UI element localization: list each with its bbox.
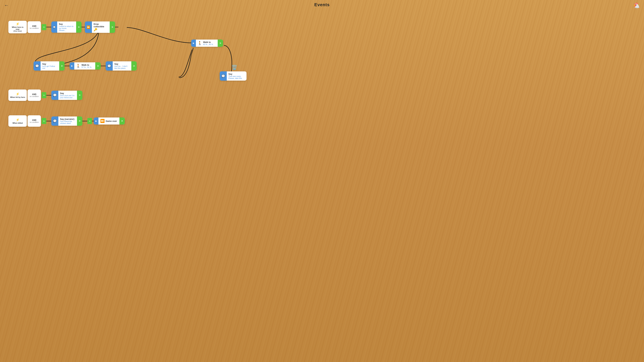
connector-4a: [46, 121, 51, 121]
connector-1c: [115, 27, 118, 27]
say-hurt-left[interactable]: 💬: [51, 91, 58, 100]
connector-2a: [64, 66, 70, 66]
walkto-1-left[interactable]: ▶: [191, 39, 196, 47]
say-narrator-inner: Say (narrator) Your friend the chicken d…: [58, 116, 77, 126]
say-hurt-title: Say: [60, 92, 75, 94]
say-huh-icon: 💬: [107, 64, 111, 68]
say-hurt-text: Don't hurt me! I'm your friend and ...: [60, 94, 75, 98]
say-node-1[interactable]: 💬 Say I need to return to my home. Pleas…: [51, 21, 82, 33]
walkto-1-arrow: ▶: [193, 42, 194, 44]
gameover-left[interactable]: ▶: [94, 117, 98, 124]
walkto-2-right[interactable]: >: [95, 62, 100, 69]
walkto-title-2: Walk to: [82, 64, 92, 66]
say-huh-title: Say: [114, 63, 130, 65]
drop-node-1[interactable]: ⏩ Drop collectible 🔑 >: [85, 21, 115, 33]
say-node-1-right[interactable]: >: [76, 21, 82, 33]
header: ← Events 🐔: [0, 0, 244, 9]
say-lets-node[interactable]: 💬 Say Let's go! Follow me! >: [34, 61, 64, 70]
say-icon-1: 💬: [53, 26, 56, 28]
walkto-2-left[interactable]: ▶: [70, 62, 74, 69]
event-row-3: ⚡ When hit by hero AND no condition > 💬 …: [8, 89, 82, 101]
walkto-2-person-icon: 🚶: [76, 64, 80, 68]
arrow-btn-4b[interactable]: >: [88, 118, 92, 124]
say-narrator-title: Say (narrator): [60, 118, 75, 120]
condition-sub-3: no condition: [30, 121, 39, 123]
drop-icon: ⏩: [86, 25, 90, 29]
trash-button[interactable]: 🗑️: [232, 65, 237, 70]
event-trigger-1: When hero is near: [10, 26, 25, 30]
walkto-node-1[interactable]: ▶ 🚶 Walk to 63 % , 45 % >: [191, 39, 223, 47]
say-hurt-right[interactable]: >: [77, 91, 82, 100]
event-node-3[interactable]: ⚡ When killed: [8, 115, 27, 127]
walkto-2-inner: 🚶 Walk to 57 % , 51 %: [74, 62, 95, 69]
connector-1a: [46, 27, 51, 27]
say-lets-title: Say: [42, 63, 58, 65]
gameover-node[interactable]: ▶ ⏩ Game over >: [94, 117, 125, 124]
say-title-1: Say: [59, 23, 74, 25]
say-lets-right[interactable]: >: [59, 61, 64, 70]
say-scary-left[interactable]: 💬: [220, 71, 227, 81]
arrow-btn-4a[interactable]: >: [42, 118, 46, 124]
arrow-btn-3a[interactable]: >: [42, 92, 46, 98]
gameover-icon: ⏩: [100, 119, 105, 123]
connector-4b: [82, 121, 88, 121]
event-node-2[interactable]: ⚡ When hit by hero: [8, 89, 27, 101]
walkto-title-1: Walk to: [203, 41, 213, 43]
say-narrator-node[interactable]: 💬 Say (narrator) Your friend the chicken…: [51, 116, 82, 126]
say-scary-node[interactable]: 💬 Say That was scary. Please, take this: [220, 71, 244, 81]
say-huh-left[interactable]: 💬: [106, 61, 113, 70]
event-row-2: 💬 Say Let's go! Follow me! > ▶ 🚶 Walk to: [34, 61, 137, 70]
say-lets-text: Let's go! Follow me!: [42, 65, 58, 69]
gameover-arrow: ▶: [96, 120, 97, 122]
drop-collectible-icon: 🔑: [94, 28, 108, 31]
drop-node-1-left[interactable]: ⏩: [85, 21, 92, 33]
event-trigger-sub-1: (One time): [14, 30, 22, 32]
say-huh-node[interactable]: 💬 Say Huh ho... I don't like this place.…: [106, 61, 137, 70]
lightning-icon-1: ⚡: [16, 22, 20, 26]
say-huh-right[interactable]: >: [131, 61, 137, 70]
condition-node-3[interactable]: AND no condition: [28, 115, 41, 127]
connector-2b: [100, 66, 106, 66]
drop-node-1-right[interactable]: >: [110, 21, 115, 33]
walkto-2-arrow: ▶: [71, 65, 72, 67]
say-scary-icon: 💬: [221, 74, 225, 78]
walkto-coords-1: 63 % , 45 %: [203, 43, 213, 45]
condition-sub-2: no condition: [30, 95, 39, 97]
say-huh-text: Huh ho... I don't like this place.: [114, 65, 130, 69]
say-node-1-left[interactable]: 💬: [51, 21, 57, 33]
say-narrator-left[interactable]: 💬: [51, 116, 58, 126]
and-label-2: AND: [32, 93, 36, 95]
say-hurt-node[interactable]: 💬 Say Don't hurt me! I'm your friend and…: [51, 91, 82, 100]
canvas: ⚡ When hero is near (One time) AND no co…: [0, 9, 244, 137]
say-narrator-text: Your friend the chicken died!: [60, 120, 75, 124]
and-label-1: AND: [32, 25, 36, 27]
say-narrator-icon: 💬: [53, 119, 57, 123]
back-button[interactable]: ←: [3, 2, 10, 8]
event-trigger-3: When killed: [12, 122, 23, 124]
gameover-inner: ⏩ Game over: [98, 117, 120, 124]
condition-sub-1: no condition: [30, 27, 39, 29]
say-scary-inner: Say That was scary. Please, take this: [227, 71, 244, 81]
gameover-right[interactable]: >: [120, 117, 125, 124]
lightning-icon-3: ⚡: [16, 118, 20, 122]
say-node-1-inner: Say I need to return to my home. Please.…: [57, 21, 76, 33]
event-row-1: ⚡ When hero is near (One time) AND no co…: [8, 21, 118, 33]
say-lets-left[interactable]: 💬: [34, 61, 40, 70]
walkto-1-right[interactable]: >: [218, 39, 223, 47]
say-scary-text: That was scary. Please, take this: [228, 75, 244, 79]
condition-node-1[interactable]: AND no condition: [28, 21, 41, 33]
say-scary-title: Say: [228, 73, 244, 75]
and-label-3: AND: [32, 119, 36, 121]
walkto-node-2[interactable]: ▶ 🚶 Walk to 57 % , 51 % >: [70, 62, 100, 69]
event-node-1[interactable]: ⚡ When hero is near (One time): [8, 21, 27, 33]
event-trigger-2: When hit by hero: [10, 96, 25, 98]
say-narrator-right[interactable]: >: [77, 116, 82, 126]
condition-node-2[interactable]: AND no condition: [28, 89, 41, 101]
say-hurt-icon: 💬: [53, 93, 57, 97]
lightning-icon-2: ⚡: [16, 92, 20, 96]
arrow-btn-1a[interactable]: >: [42, 24, 46, 30]
say-hurt-inner: Say Don't hurt me! I'm your friend and .…: [58, 91, 77, 100]
back-icon: ←: [4, 3, 9, 8]
walkto-1-inner: 🚶 Walk to 63 % , 45 %: [196, 39, 218, 47]
connector-3a: [46, 95, 51, 95]
